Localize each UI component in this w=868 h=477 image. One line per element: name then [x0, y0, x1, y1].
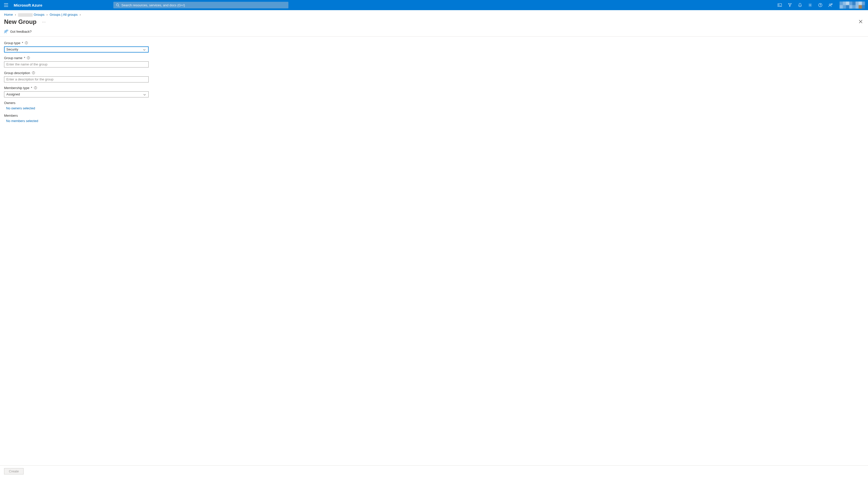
members-link[interactable]: No members selected — [4, 119, 864, 123]
search-input[interactable] — [122, 3, 286, 7]
label-group-description-text: Group description — [4, 71, 30, 75]
command-bar: Got feedback? — [0, 28, 868, 36]
page-header: New Group ··· — [0, 17, 868, 28]
top-bar: Microsoft Azure — [0, 0, 868, 10]
select-group-type[interactable]: Security — [4, 47, 149, 53]
settings-button[interactable] — [805, 0, 815, 10]
info-icon — [27, 56, 30, 59]
help-button[interactable] — [815, 0, 826, 10]
field-owners: Owners No owners selected — [4, 101, 864, 110]
input-group-description-wrap — [4, 77, 149, 83]
crumb-tenant-groups[interactable]: Groups — [18, 13, 44, 17]
label-group-type: Group type * — [4, 41, 864, 45]
create-button[interactable]: Create — [4, 468, 24, 474]
crumb-tenant-groups-suffix: Groups — [34, 13, 44, 17]
search-icon — [116, 3, 120, 7]
input-group-name[interactable] — [6, 62, 146, 66]
bell-icon — [798, 3, 802, 7]
label-membership-type-text: Membership type — [4, 86, 29, 90]
person-feedback-icon — [829, 3, 833, 7]
field-members: Members No members selected — [4, 114, 864, 123]
info-button-group-name[interactable] — [27, 56, 30, 60]
owners-link[interactable]: No owners selected — [4, 106, 864, 110]
blurred-text — [18, 13, 33, 17]
topbar-actions — [775, 0, 836, 10]
form-area: Group type * Security Group name * — [0, 36, 868, 465]
help-icon — [818, 3, 823, 7]
svg-point-14 — [5, 30, 6, 32]
label-group-description: Group description — [4, 71, 864, 75]
person-feedback-icon — [4, 30, 8, 34]
svg-marker-7 — [788, 4, 792, 7]
chevron-right-icon: › — [80, 13, 81, 17]
close-icon — [859, 20, 862, 23]
select-membership-type[interactable]: Assigned — [4, 91, 149, 97]
info-button-group-description[interactable] — [32, 71, 35, 74]
got-feedback-label: Got feedback? — [10, 30, 32, 33]
svg-line-4 — [118, 6, 119, 7]
chevron-right-icon: › — [46, 13, 48, 17]
crumb-home[interactable]: Home — [4, 13, 13, 17]
input-group-name-wrap — [4, 61, 149, 67]
breadcrumb: Home › Groups › Groups | All groups › — [0, 10, 868, 17]
svg-point-10 — [820, 6, 820, 6]
svg-point-8 — [810, 5, 811, 6]
svg-point-17 — [26, 42, 27, 42]
global-search[interactable] — [113, 2, 288, 8]
crumb-all-groups[interactable]: Groups | All groups — [50, 13, 78, 17]
field-group-name: Group name * — [4, 56, 864, 67]
info-button-group-type[interactable] — [25, 41, 28, 44]
svg-point-11 — [829, 4, 831, 5]
field-group-type: Group type * Security — [4, 41, 864, 53]
svg-rect-5 — [778, 4, 782, 7]
svg-point-3 — [117, 4, 119, 6]
label-membership-type: Membership type * — [4, 86, 864, 90]
input-group-description[interactable] — [6, 78, 146, 81]
brand-label[interactable]: Microsoft Azure — [12, 3, 113, 7]
page-title: New Group — [4, 18, 36, 25]
account-control[interactable] — [836, 2, 868, 9]
got-feedback-button[interactable]: Got feedback? — [4, 30, 32, 34]
required-indicator: * — [22, 41, 23, 45]
svg-point-20 — [28, 57, 29, 57]
chevron-right-icon: › — [15, 13, 16, 17]
cloud-shell-icon — [778, 4, 782, 7]
more-actions-button[interactable]: ··· — [40, 18, 48, 25]
avatar-placeholder — [840, 2, 865, 9]
select-membership-type-value: Assigned — [6, 92, 20, 96]
required-indicator: * — [31, 86, 32, 90]
info-button-membership-type[interactable] — [34, 86, 37, 90]
field-membership-type: Membership type * Assigned — [4, 86, 864, 97]
info-icon — [32, 71, 35, 74]
required-indicator: * — [24, 56, 25, 60]
close-blade-button[interactable] — [857, 18, 864, 26]
label-owners: Owners — [4, 101, 864, 105]
select-group-type-value: Security — [6, 48, 18, 51]
chevron-down-icon — [143, 92, 146, 96]
form-footer: Create — [0, 465, 868, 477]
info-icon — [25, 41, 28, 44]
filter-icon — [788, 3, 792, 7]
field-group-description: Group description — [4, 71, 864, 83]
label-group-type-text: Group type — [4, 41, 20, 45]
label-group-name-text: Group name — [4, 56, 22, 60]
gear-icon — [808, 3, 812, 7]
cloud-shell-button[interactable] — [775, 0, 785, 10]
label-group-name: Group name * — [4, 56, 864, 60]
notifications-button[interactable] — [795, 0, 805, 10]
menu-toggle-button[interactable] — [0, 0, 12, 10]
feedback-top-button[interactable] — [826, 0, 836, 10]
chevron-down-icon — [143, 48, 146, 51]
label-members: Members — [4, 114, 864, 117]
hamburger-icon — [4, 3, 8, 7]
info-icon — [34, 86, 37, 89]
directories-button[interactable] — [785, 0, 795, 10]
